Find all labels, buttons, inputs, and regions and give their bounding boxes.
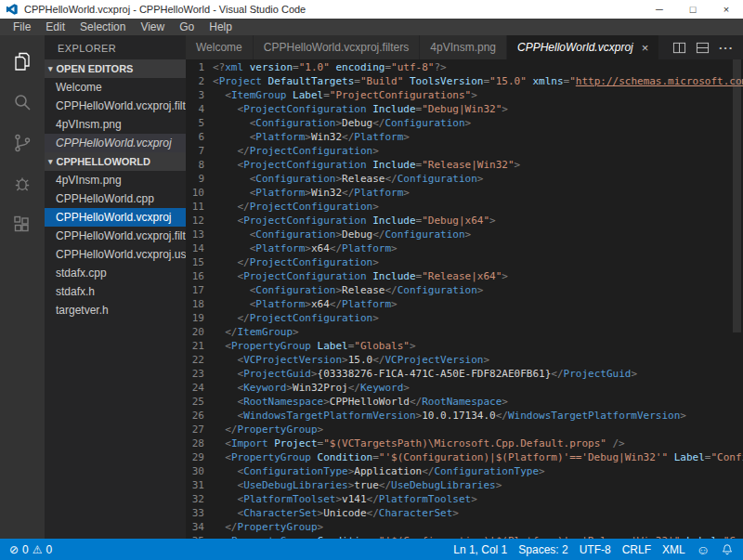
- split-editor-icon[interactable]: [672, 41, 686, 55]
- code-line[interactable]: 11 </ProjectConfiguration>: [186, 200, 743, 214]
- open-editors-header[interactable]: ▾ OPEN EDITORS: [45, 59, 186, 78]
- code-line[interactable]: 17 <Configuration>Release</Configuration…: [186, 283, 743, 297]
- activity-bar-extensions[interactable]: [0, 204, 45, 245]
- code-line[interactable]: 29 <PropertyGroup Condition="'$(Configur…: [186, 450, 743, 464]
- token: <: [213, 228, 255, 241]
- file-item-stdafx-cpp[interactable]: stdafx.cpp: [45, 264, 186, 282]
- menu-item-file[interactable]: File: [6, 19, 38, 35]
- open-editor-item-cpphelloworld-vcxproj[interactable]: CPPHelloWorld.vcxproj: [45, 134, 186, 152]
- code-text: <PropertyGroup Condition="'$(Configurati…: [213, 534, 743, 539]
- menu-item-selection[interactable]: Selection: [72, 19, 133, 35]
- code-line[interactable]: 16 <ProjectConfiguration Include="Releas…: [186, 269, 743, 283]
- code-line[interactable]: 14 <Platform>x64</Platform>: [186, 241, 743, 255]
- code-line[interactable]: 10 <Platform>Win32</Platform>: [186, 186, 743, 200]
- code-editor[interactable]: 1<?xml version="1.0" encoding="utf-8"?>2…: [186, 59, 743, 539]
- workbench: EXPLORER ▾ OPEN EDITORS WelcomeCPPHelloW…: [0, 35, 743, 539]
- line-number: 2: [186, 74, 204, 88]
- code-line[interactable]: 6 <Platform>Win32</Platform>: [186, 130, 743, 144]
- line-number: 21: [186, 339, 204, 353]
- code-line[interactable]: 24 <Keyword>Win32Proj</Keyword>: [186, 381, 743, 395]
- code-line[interactable]: 7 </ProjectConfiguration>: [186, 144, 743, 158]
- menu-item-help[interactable]: Help: [202, 19, 240, 35]
- activity-bar-source-control[interactable]: [0, 123, 45, 163]
- line-number: 33: [186, 506, 204, 520]
- maximize-button[interactable]: □: [676, 0, 710, 19]
- code-line[interactable]: 20 </ItemGroup>: [186, 325, 743, 339]
- code-line[interactable]: 5 <Configuration>Debug</Configuration>: [186, 116, 743, 130]
- activity-bar-search[interactable]: [0, 82, 45, 123]
- file-item-4pvinsm-png[interactable]: 4pVInsm.png: [45, 171, 186, 189]
- file-item-cpphelloworld-vcxproj-filters[interactable]: CPPHelloWorld.vcxproj.filters: [45, 227, 186, 245]
- file-item-targetver-h[interactable]: targetver.h: [45, 301, 186, 319]
- error-icon: ⊘: [9, 543, 19, 556]
- file-encoding[interactable]: UTF-8: [580, 543, 611, 556]
- code-line[interactable]: 23 <ProjectGuid>{03338276-F1CA-471C-A50E…: [186, 367, 743, 381]
- token: </: [213, 423, 238, 436]
- file-item-cpphelloworld-vcxproj[interactable]: CPPHelloWorld.vcxproj: [45, 208, 186, 227]
- code-line[interactable]: 18 <Platform>x64</Platform>: [186, 297, 743, 311]
- menu-item-go[interactable]: Go: [172, 19, 202, 35]
- token: "$(VCTargetsPath)\Microsoft.Cpp.Default.…: [323, 437, 606, 449]
- code-line[interactable]: 32 <PlatformToolset>v141</PlatformToolse…: [186, 492, 743, 506]
- tab-cpphelloworld-vcxproj[interactable]: CPPHelloWorld.vcxproj×: [507, 35, 659, 59]
- open-editor-item-welcome[interactable]: Welcome: [45, 78, 186, 97]
- tab-cpphelloworld-vcxproj-filters[interactable]: CPPHelloWorld.vcxproj.filters: [254, 35, 421, 59]
- code-line[interactable]: 4 <ProjectConfiguration Include="Debug|W…: [186, 102, 743, 116]
- file-item-cpphelloworld-vcxproj-user[interactable]: CPPHelloWorld.vcxproj.user: [45, 245, 186, 264]
- token: <: [213, 131, 255, 143]
- code-line[interactable]: 19 </ProjectConfiguration>: [186, 311, 743, 325]
- tab-close-icon[interactable]: ×: [642, 41, 649, 55]
- tab-4pvinsm-png[interactable]: 4pVInsm.png: [420, 35, 507, 59]
- code-line[interactable]: 28 <Import Project="$(VCTargetsPath)\Mic…: [186, 436, 743, 450]
- token: CharacterSet: [243, 507, 317, 519]
- notifications-bell-icon[interactable]: [721, 543, 734, 556]
- code-line[interactable]: 1<?xml version="1.0" encoding="utf-8"?>: [186, 60, 743, 74]
- code-line[interactable]: 2<Project DefaultTargets="Build" ToolsVe…: [186, 74, 743, 88]
- file-item-stdafx-h[interactable]: stdafx.h: [45, 282, 186, 301]
- close-button[interactable]: ×: [710, 0, 743, 19]
- code-line[interactable]: 31 <UseDebugLibraries>true</UseDebugLibr…: [186, 478, 743, 492]
- feedback-smiley-icon[interactable]: ☺: [697, 543, 710, 556]
- line-number: 10: [186, 186, 204, 200]
- code-line[interactable]: 33 <CharacterSet>Unicode</CharacterSet>: [186, 506, 743, 520]
- editor-layout-icon[interactable]: [696, 41, 710, 55]
- more-actions-icon[interactable]: ···: [719, 41, 734, 55]
- token: RootNamespace: [243, 396, 323, 408]
- menu-item-view[interactable]: View: [133, 19, 172, 35]
- code-line[interactable]: 13 <Configuration>Debug</Configuration>: [186, 228, 743, 241]
- token: PlatformToolset: [379, 493, 471, 505]
- code-line[interactable]: 3 <ItemGroup Label="ProjectConfiguration…: [186, 88, 743, 102]
- line-number: 24: [186, 381, 204, 395]
- token: >: [477, 284, 484, 296]
- editor-scrollbar[interactable]: [733, 59, 741, 332]
- folder-header[interactable]: ▾ CPPHELLOWORLD: [45, 152, 186, 171]
- problems-indicator[interactable]: ⊘ 0 ⚠ 0: [9, 543, 52, 556]
- activity-bar-debug[interactable]: [0, 163, 45, 204]
- token: >: [372, 256, 379, 268]
- code-line[interactable]: 25 <RootNamespace>CPPHelloWorld</RootNam…: [186, 395, 743, 409]
- code-line[interactable]: 30 <ConfigurationType>Application</Confi…: [186, 464, 743, 478]
- code-line[interactable]: 35 <PropertyGroup Condition="'$(Configur…: [186, 534, 743, 539]
- code-line[interactable]: 34 </PropertyGroup>: [186, 520, 743, 534]
- activity-bar-explorer[interactable]: [0, 41, 45, 82]
- code-line[interactable]: 26 <WindowsTargetPlatformVersion>10.0.17…: [186, 409, 743, 423]
- minimize-button[interactable]: ─: [643, 0, 676, 19]
- indentation-setting[interactable]: Spaces: 2: [518, 543, 567, 556]
- tab-welcome[interactable]: Welcome: [186, 35, 254, 59]
- token: ": [569, 75, 576, 87]
- file-item-cpphelloworld-cpp[interactable]: CPPHelloWorld.cpp: [45, 189, 186, 208]
- code-line[interactable]: 8 <ProjectConfiguration Include="Release…: [186, 158, 743, 172]
- code-text: <ConfigurationType>Application</Configur…: [213, 464, 743, 478]
- open-editor-item-cpphelloworld-vcxproj-filters[interactable]: CPPHelloWorld.vcxproj.filters: [45, 97, 186, 115]
- code-line[interactable]: 22 <VCProjectVersion>15.0</VCProjectVers…: [186, 353, 743, 367]
- cursor-position[interactable]: Ln 1, Col 1: [453, 543, 507, 556]
- code-line[interactable]: 9 <Configuration>Release</Configuration>: [186, 172, 743, 186]
- open-editor-item-4pvinsm-png[interactable]: 4pVInsm.png: [45, 115, 186, 134]
- code-line[interactable]: 12 <ProjectConfiguration Include="Debug|…: [186, 214, 743, 228]
- language-mode[interactable]: XML: [662, 543, 685, 556]
- code-line[interactable]: 27 </PropertyGroup>: [186, 423, 743, 436]
- code-line[interactable]: 21 <PropertyGroup Label="Globals">: [186, 339, 743, 353]
- code-line[interactable]: 15 </ProjectConfiguration>: [186, 255, 743, 269]
- eol-setting[interactable]: CRLF: [622, 543, 651, 556]
- menu-item-edit[interactable]: Edit: [38, 19, 72, 35]
